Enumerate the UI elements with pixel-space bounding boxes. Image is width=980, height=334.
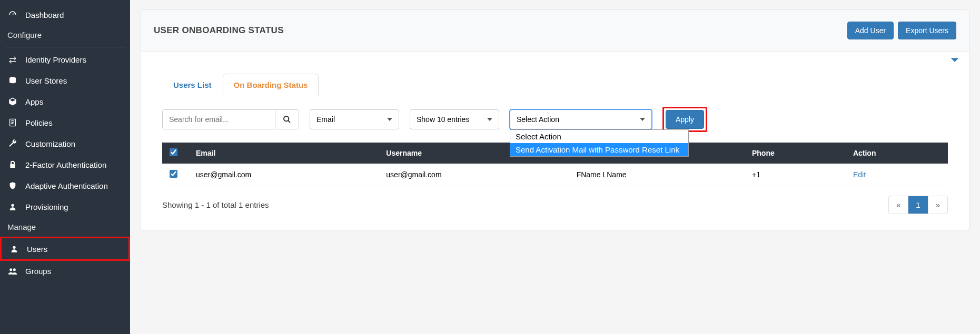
sidebar-item-provisioning[interactable]: Provisioning — [0, 196, 130, 217]
apply-highlight: Apply — [662, 107, 707, 132]
search-field-select[interactable]: Email — [310, 109, 399, 129]
sidebar-item-label: Groups — [25, 267, 51, 276]
chevron-down-icon — [640, 118, 645, 121]
collapse-icon[interactable] — [950, 57, 959, 63]
sidebar-item-label: 2-Factor Authentication — [25, 160, 106, 169]
add-user-button[interactable]: Add User — [847, 22, 894, 39]
sidebar-item-2fa[interactable]: 2-Factor Authentication — [0, 154, 130, 175]
sidebar-item-user-stores[interactable]: User Stores — [0, 70, 130, 91]
entries-summary: Showing 1 - 1 of total 1 entries — [162, 200, 269, 209]
svg-point-4 — [9, 268, 12, 271]
select-value: Email — [316, 115, 335, 124]
sidebar-item-label: User Stores — [25, 76, 67, 85]
tabs: Users List On Boarding Status — [162, 74, 948, 96]
sidebar-item-adaptive-auth[interactable]: Adaptive Authentication — [0, 175, 130, 196]
shield-icon — [7, 181, 18, 190]
svg-point-6 — [284, 116, 289, 121]
sidebar-item-label: Customization — [25, 139, 75, 148]
action-option-send-activation[interactable]: Send Activation Mail with Password Reset… — [510, 143, 688, 156]
search-input[interactable] — [163, 110, 275, 129]
svg-point-2 — [11, 204, 14, 207]
sidebar-item-label: Policies — [25, 118, 53, 127]
sidebar-section-manage: Manage — [0, 217, 130, 237]
row-checkbox[interactable] — [170, 170, 177, 178]
page-title: USER ONBOARDING STATUS — [154, 25, 284, 36]
pager-prev[interactable]: « — [889, 196, 908, 214]
sidebar-separator — [5, 47, 125, 47]
sidebar-item-label: Adaptive Authentication — [25, 181, 108, 190]
sidebar-item-customization[interactable]: Customization — [0, 133, 130, 154]
card-body: Users List On Boarding Status Email — [141, 52, 969, 230]
tab-onboarding-status[interactable]: On Boarding Status — [223, 74, 319, 96]
search-button[interactable] — [275, 110, 299, 129]
sidebar-item-label: Apps — [25, 97, 43, 106]
chevron-down-icon — [387, 118, 392, 121]
search-group — [162, 109, 299, 129]
sidebar-item-dashboard[interactable]: Dashboard — [0, 4, 130, 25]
user-icon — [9, 244, 19, 254]
user-onboarding-card: USER ONBOARDING STATUS Add User Export U… — [141, 9, 969, 230]
select-value: Select Action — [517, 115, 559, 124]
user-icon — [7, 202, 18, 211]
sidebar-item-label: Users — [27, 245, 47, 254]
sidebar-item-policies[interactable]: Policies — [0, 112, 130, 133]
chevron-down-icon — [487, 118, 492, 121]
sidebar: Dashboard Configure Identity Providers U… — [0, 0, 130, 334]
tab-users-list[interactable]: Users List — [162, 74, 223, 96]
swap-icon — [7, 56, 18, 64]
pager-next[interactable]: » — [928, 196, 947, 214]
doc-icon — [7, 118, 18, 127]
sidebar-item-label: Provisioning — [25, 203, 68, 211]
col-action: Action — [846, 143, 948, 164]
edit-link[interactable]: Edit — [846, 164, 948, 186]
svg-point-5 — [13, 268, 16, 271]
cell-username: user@gmail.com — [379, 164, 569, 186]
toolbar: Email Show 10 entries Select Action Sele… — [162, 107, 948, 132]
pagination: « 1 » — [888, 196, 948, 214]
entries-select[interactable]: Show 10 entries — [410, 109, 499, 129]
svg-point-3 — [13, 246, 15, 249]
users-icon — [7, 267, 18, 276]
cube-icon — [7, 97, 18, 106]
sidebar-item-label: Dashboard — [25, 11, 64, 19]
database-icon — [7, 76, 18, 85]
sidebar-item-identity-providers[interactable]: Identity Providers — [0, 49, 130, 70]
card-header: USER ONBOARDING STATUS Add User Export U… — [141, 10, 969, 52]
sidebar-item-apps[interactable]: Apps — [0, 91, 130, 112]
cell-email: user@gmail.com — [189, 164, 379, 186]
apply-button[interactable]: Apply — [666, 110, 704, 129]
cell-phone: +1 — [745, 164, 846, 186]
wrench-icon — [7, 139, 18, 148]
table-row: user@gmail.com user@gmail.com FName LNam… — [162, 164, 948, 186]
lock-icon — [7, 160, 18, 169]
sidebar-section-configure: Configure — [0, 25, 130, 45]
col-email: Email — [189, 143, 379, 164]
col-phone: Phone — [745, 143, 846, 164]
main-content: USER ONBOARDING STATUS Add User Export U… — [130, 0, 980, 334]
select-value: Show 10 entries — [417, 115, 469, 124]
sidebar-item-users[interactable]: Users — [0, 237, 130, 261]
search-icon — [283, 115, 291, 124]
cell-name: FName LName — [569, 164, 745, 186]
sidebar-item-label: Identity Providers — [25, 55, 86, 64]
dashboard-icon — [7, 10, 18, 19]
action-option-default[interactable]: Select Action — [510, 130, 688, 143]
pager-page-1[interactable]: 1 — [908, 196, 928, 214]
action-select[interactable]: Select Action — [510, 109, 652, 129]
header-buttons: Add User Export Users — [847, 22, 956, 39]
action-dropdown: Select Action Send Activation Mail with … — [510, 129, 689, 157]
table-footer: Showing 1 - 1 of total 1 entries « 1 » — [162, 196, 948, 214]
sidebar-item-groups[interactable]: Groups — [0, 261, 130, 281]
export-users-button[interactable]: Export Users — [898, 22, 956, 39]
action-select-wrap: Select Action Select Action Send Activat… — [510, 109, 652, 129]
select-all-checkbox[interactable] — [170, 148, 177, 156]
